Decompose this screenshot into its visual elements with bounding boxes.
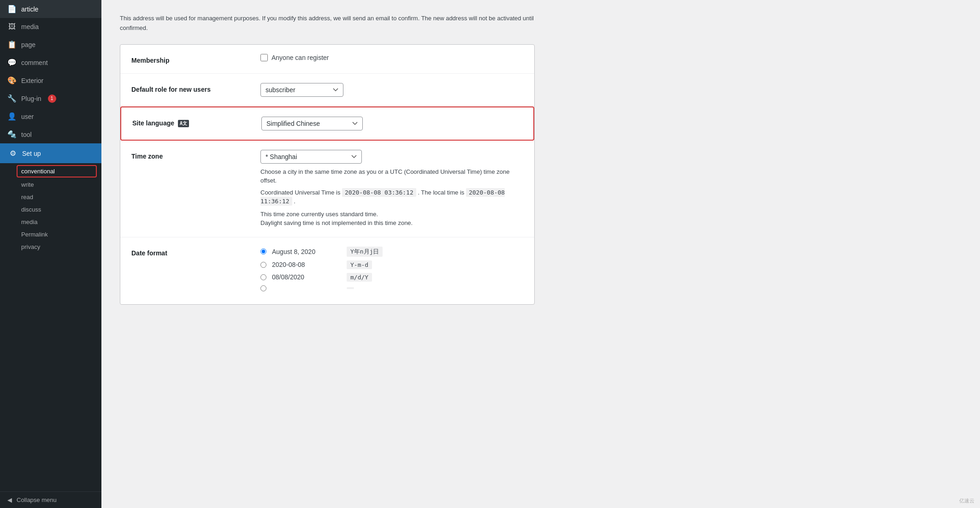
subitem-label: privacy	[21, 243, 40, 250]
date-format-option-0: August 8, 2020 Y年n月j日	[260, 247, 523, 257]
timezone-field: * Shanghai UTC * Tokyo * London * New Yo…	[260, 150, 523, 228]
sidebar-item-comment[interactable]: 💬 comment	[0, 53, 101, 71]
utc-time-value: 2020-08-08 03:36:12	[342, 188, 416, 197]
date-format-code-2: m/d/Y	[347, 273, 372, 282]
collapse-menu-button[interactable]: ◀ Collapse menu	[0, 491, 101, 508]
sidebar-subitem-write[interactable]: write	[0, 178, 101, 191]
address-note: This address will be used for management…	[120, 14, 535, 33]
setup-icon: ⚙	[8, 149, 18, 158]
sidebar-item-exterior[interactable]: 🎨 Exterior	[0, 71, 101, 89]
standard-time-note: This time zone currently uses standard t…	[260, 210, 523, 228]
default-role-label: Default role for new users	[131, 83, 260, 93]
default-role-row: Default role for new users subscriber co…	[120, 74, 534, 106]
subitem-label: discuss	[21, 206, 41, 213]
membership-checkbox-row: Anyone can register	[260, 54, 523, 61]
sidebar-item-media[interactable]: 🖼 media	[0, 18, 101, 35]
membership-checkbox-label[interactable]: Anyone can register	[272, 54, 329, 61]
utc-time-row: Coordinated Universal Time is 2020-08-08…	[260, 188, 523, 206]
date-format-code-1: Y-m-d	[347, 260, 372, 269]
settings-section: Membership Anyone can register Default r…	[120, 44, 535, 305]
date-format-code-3	[347, 287, 354, 289]
sidebar-item-label: page	[21, 41, 35, 48]
sidebar-subitem-read[interactable]: read	[0, 191, 101, 203]
date-format-option-2: 08/08/2020 m/d/Y	[260, 273, 523, 282]
chevron-right-icon	[96, 149, 101, 158]
article-icon: 📄	[7, 5, 17, 13]
sidebar-item-label: user	[21, 113, 34, 120]
sidebar-item-label: article	[21, 6, 38, 13]
timezone-row: Time zone * Shanghai UTC * Tokyo * Londo…	[120, 141, 534, 237]
sidebar-item-plugin[interactable]: 🔧 Plug-in 1	[0, 89, 101, 107]
date-format-radio-2[interactable]	[260, 274, 266, 280]
sidebar-item-page[interactable]: 📋 page	[0, 35, 101, 53]
subitem-label: read	[21, 194, 33, 201]
sidebar-item-setup[interactable]: ⚙ Set up	[0, 143, 101, 163]
sidebar-subitem-media[interactable]: media	[0, 216, 101, 228]
date-format-field: August 8, 2020 Y年n月j日 2020-08-08 Y-m-d 0…	[260, 247, 523, 295]
plugin-icon: 🔧	[7, 94, 17, 103]
date-format-label-1[interactable]: 2020-08-08	[272, 261, 341, 268]
tool-icon: 🔩	[7, 130, 17, 139]
site-language-field: Simplified Chinese English Traditional C…	[261, 117, 522, 130]
collapse-icon: ◀	[7, 496, 12, 503]
user-icon: 👤	[7, 112, 17, 121]
site-language-select[interactable]: Simplified Chinese English Traditional C…	[261, 117, 363, 130]
watermark: 亿速云	[959, 497, 974, 504]
sidebar-item-tool[interactable]: 🔩 tool	[0, 125, 101, 143]
date-format-radio-3[interactable]	[260, 285, 266, 291]
default-role-field: subscriber contributor author editor adm…	[260, 83, 523, 97]
membership-checkbox[interactable]	[260, 54, 268, 61]
subitem-label: Permalink	[21, 231, 48, 238]
sidebar-subitem-privacy[interactable]: privacy	[0, 241, 101, 253]
timezone-note: Choose a city in the same time zone as y…	[260, 167, 523, 185]
date-format-label-0[interactable]: August 8, 2020	[272, 248, 341, 255]
page-icon: 📋	[7, 40, 17, 49]
sidebar-item-label: Exterior	[21, 77, 43, 84]
sidebar-item-article[interactable]: 📄 article	[0, 0, 101, 18]
sidebar-subitem-permalink[interactable]: Permalink	[0, 228, 101, 241]
date-format-label: Date format	[131, 247, 260, 257]
date-format-option-3	[260, 285, 523, 291]
sidebar: 📄 article 🖼 media 📋 page 💬 comment 🎨 Ext…	[0, 0, 101, 508]
default-role-select[interactable]: subscriber contributor author editor adm…	[260, 83, 343, 97]
timezone-select[interactable]: * Shanghai UTC * Tokyo * London * New Yo…	[260, 150, 362, 164]
subitem-label: conventional	[21, 168, 55, 175]
sidebar-item-label: tool	[21, 131, 32, 138]
date-format-radio-1[interactable]	[260, 262, 266, 268]
date-format-radio-0[interactable]	[260, 248, 266, 254]
sidebar-item-label: media	[21, 23, 39, 30]
date-format-row: Date format August 8, 2020 Y年n月j日 2020-0…	[120, 237, 534, 304]
date-format-label-2[interactable]: 08/08/2020	[272, 273, 341, 281]
timezone-label: Time zone	[131, 150, 260, 160]
sidebar-item-label: Set up	[22, 150, 41, 157]
site-language-label: Site language A文	[132, 117, 261, 127]
sidebar-subitem-conventional[interactable]: conventional	[17, 165, 97, 177]
membership-label: Membership	[131, 54, 260, 64]
lang-icon: A文	[178, 120, 189, 127]
site-language-row: Site language A文 Simplified Chinese Engl…	[121, 107, 533, 140]
sidebar-subitem-discuss[interactable]: discuss	[0, 203, 101, 216]
membership-field: Anyone can register	[260, 54, 523, 61]
membership-row: Membership Anyone can register	[120, 45, 534, 74]
subitem-label: write	[21, 181, 34, 188]
site-language-highlight: Site language A文 Simplified Chinese Engl…	[120, 106, 534, 141]
sidebar-item-user[interactable]: 👤 user	[0, 107, 101, 125]
plugin-badge: 1	[48, 95, 56, 103]
exterior-icon: 🎨	[7, 76, 17, 85]
subitem-label: media	[21, 219, 37, 225]
sidebar-item-label: Plug-in	[21, 95, 41, 102]
date-format-code-0: Y年n月j日	[347, 247, 383, 257]
comment-icon: 💬	[7, 58, 17, 67]
collapse-label: Collapse menu	[17, 496, 57, 503]
main-content: This address will be used for management…	[101, 0, 980, 508]
date-format-option-1: 2020-08-08 Y-m-d	[260, 260, 523, 269]
media-icon: 🖼	[7, 23, 17, 31]
sidebar-item-label: comment	[21, 59, 48, 66]
